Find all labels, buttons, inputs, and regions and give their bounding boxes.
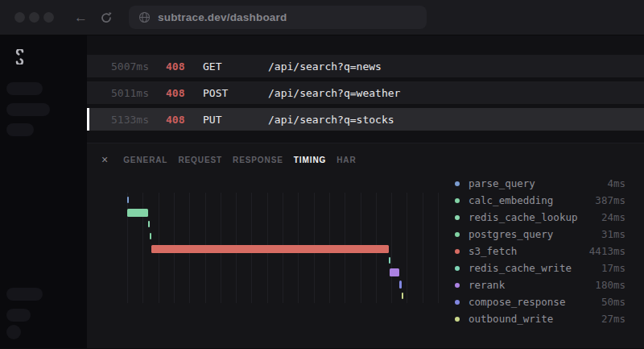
sidebar-skeleton-item bbox=[6, 309, 31, 322]
span-duration: 180ms bbox=[595, 279, 625, 291]
request-path: /api/search?q=weather bbox=[268, 87, 400, 99]
status-code: 408 bbox=[166, 87, 203, 99]
refresh-icon[interactable] bbox=[100, 11, 113, 24]
window-close-button[interactable] bbox=[14, 12, 25, 23]
legend-item-redis_cache_lookup: redis_cache_lookup24ms bbox=[455, 209, 625, 226]
span-duration: 27ms bbox=[601, 313, 625, 325]
span-duration: 4413ms bbox=[589, 245, 625, 257]
request-duration: 5007ms bbox=[111, 60, 166, 73]
span-duration: 387ms bbox=[595, 194, 625, 206]
browser-chrome: ← subtrace.dev/dashboard bbox=[0, 0, 644, 35]
span-name: parse_query bbox=[469, 177, 535, 189]
sidebar-skeleton-item bbox=[6, 123, 34, 136]
workspace: 5007ms408GET/api/search?q=news5011ms408P… bbox=[0, 35, 644, 348]
url-text: subtrace.dev/dashboard bbox=[158, 11, 287, 23]
http-method: GET bbox=[203, 60, 268, 73]
detail-tabs: GENERALREQUESTRESPONSETIMINGHAR bbox=[123, 156, 356, 164]
span-bar-redis_cache_lookup[interactable] bbox=[148, 221, 150, 227]
tab-request[interactable]: REQUEST bbox=[178, 156, 222, 164]
status-code: 408 bbox=[166, 114, 203, 126]
span-bar-compose_response[interactable] bbox=[399, 280, 402, 289]
tab-timing[interactable]: TIMING bbox=[294, 156, 326, 164]
request-duration: 5133ms bbox=[111, 114, 166, 126]
sidebar-skeleton-item bbox=[6, 82, 43, 95]
span-duration: 50ms bbox=[601, 296, 625, 308]
http-method: PUT bbox=[203, 114, 268, 126]
url-bar[interactable]: subtrace.dev/dashboard bbox=[129, 6, 427, 29]
span-name: redis_cache_lookup bbox=[469, 211, 577, 223]
legend-item-s3_fetch: s3_fetch4413ms bbox=[455, 243, 625, 260]
span-bar-redis_cache_write[interactable] bbox=[389, 257, 390, 264]
sidebar-avatar-skeleton bbox=[6, 325, 21, 339]
tab-har[interactable]: HAR bbox=[336, 156, 356, 164]
legend-item-outbound_write: outbound_write27ms bbox=[455, 310, 625, 327]
legend-item-compose_response: compose_response50ms bbox=[455, 293, 625, 310]
request-row[interactable]: 5133ms408PUT/api/search?q=stocks bbox=[87, 108, 644, 131]
span-duration: 31ms bbox=[601, 228, 625, 240]
gridline bbox=[438, 193, 439, 303]
tab-response[interactable]: RESPONSE bbox=[233, 156, 283, 164]
color-dot-icon bbox=[455, 181, 460, 186]
color-dot-icon bbox=[455, 317, 460, 322]
span-bar-postgres_query[interactable] bbox=[150, 233, 151, 239]
color-dot-icon bbox=[455, 266, 460, 271]
request-row[interactable]: 5011ms408POST/api/search?q=weather bbox=[87, 81, 644, 104]
color-dot-icon bbox=[455, 300, 460, 305]
legend-item-redis_cache_write: redis_cache_write17ms bbox=[455, 260, 625, 276]
color-dot-icon bbox=[455, 249, 460, 254]
request-rows: 5007ms408GET/api/search?q=news5011ms408P… bbox=[87, 55, 644, 131]
status-code: 408 bbox=[166, 60, 203, 73]
span-duration: 24ms bbox=[601, 211, 625, 223]
span-name: compose_response bbox=[469, 296, 565, 308]
request-path: /api/search?q=stocks bbox=[268, 114, 394, 126]
color-dot-icon bbox=[455, 215, 460, 220]
timing-legend: parse_query4mscalc_embedding387msredis_c… bbox=[455, 175, 625, 327]
span-bar-parse_query[interactable] bbox=[127, 197, 129, 203]
request-row[interactable]: 5007ms408GET/api/search?q=news bbox=[87, 55, 644, 77]
gridline bbox=[423, 193, 423, 303]
color-dot-icon bbox=[455, 198, 460, 203]
request-table: 5007ms408GET/api/search?q=news5011ms408P… bbox=[87, 35, 644, 131]
request-detail-panel: × GENERALREQUESTRESPONSETIMINGHAR parse_… bbox=[87, 143, 644, 348]
browser-window: ← subtrace.dev/dashboard bbox=[0, 0, 644, 349]
span-bar-calc_embedding[interactable] bbox=[127, 209, 148, 217]
span-duration: 17ms bbox=[601, 262, 625, 274]
legend-item-postgres_query: postgres_query31ms bbox=[455, 226, 625, 243]
span-name: calc_embedding bbox=[469, 194, 553, 206]
legend-item-calc_embedding: calc_embedding387ms bbox=[455, 192, 625, 209]
span-bar-s3_fetch[interactable] bbox=[151, 245, 389, 253]
span-duration: 4ms bbox=[607, 177, 625, 189]
legend-item-parse_query: parse_query4ms bbox=[455, 175, 625, 192]
color-dot-icon bbox=[455, 283, 460, 288]
color-dot-icon bbox=[455, 232, 460, 237]
span-bar-rerank[interactable] bbox=[390, 268, 399, 276]
request-duration: 5011ms bbox=[111, 87, 166, 99]
legend-item-rerank: rerank180ms bbox=[455, 276, 625, 293]
back-icon[interactable]: ← bbox=[74, 10, 88, 24]
subtrace-logo-icon bbox=[13, 49, 27, 68]
span-bar-outbound_write[interactable] bbox=[402, 293, 403, 299]
gridline bbox=[407, 193, 407, 303]
window-minimize-button[interactable] bbox=[29, 12, 39, 23]
globe-icon bbox=[138, 11, 151, 23]
span-name: outbound_write bbox=[469, 313, 553, 325]
window-maximize-button[interactable] bbox=[43, 12, 54, 23]
window-controls bbox=[14, 12, 54, 23]
http-method: POST bbox=[203, 87, 268, 99]
tab-general[interactable]: GENERAL bbox=[123, 156, 167, 164]
request-path: /api/search?q=news bbox=[268, 60, 382, 73]
sidebar-skeleton-item bbox=[6, 103, 50, 116]
gridline bbox=[391, 193, 392, 303]
waterfall-chart bbox=[119, 193, 441, 303]
span-name: s3_fetch bbox=[469, 245, 517, 257]
main-content: 5007ms408GET/api/search?q=news5011ms408P… bbox=[87, 35, 644, 348]
span-name: postgres_query bbox=[469, 228, 553, 240]
span-name: redis_cache_write bbox=[469, 262, 572, 274]
sidebar bbox=[0, 35, 87, 348]
sidebar-skeleton-item bbox=[6, 288, 43, 301]
span-name: rerank bbox=[469, 279, 505, 291]
detail-tabs-row: × GENERALREQUESTRESPONSETIMINGHAR bbox=[87, 143, 644, 165]
close-icon[interactable]: × bbox=[101, 154, 108, 165]
